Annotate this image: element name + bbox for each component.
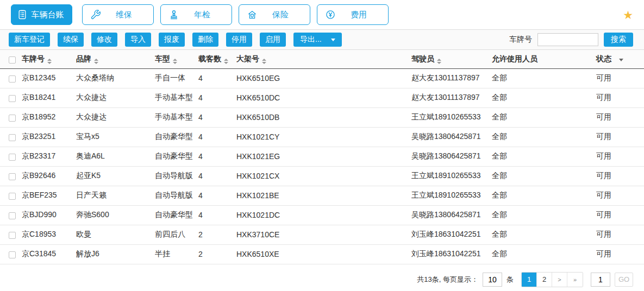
table-row[interactable]: 京B12345 大众桑塔纳 手自一体 4 HXK6510EG 赵大友130111… (0, 68, 644, 88)
cell-driver: 王立斌18910265533 (411, 166, 492, 186)
page-size-input[interactable] (483, 273, 502, 287)
cell-status: 可用 (596, 88, 644, 107)
cell-vin: HXK3710CE (236, 225, 411, 244)
cell-driver: 刘玉峰18631042251 (411, 244, 492, 264)
col-header-vin[interactable]: 大架号 (236, 50, 411, 68)
cell-brand: 大众桑塔纳 (76, 68, 155, 88)
cell-model: 自动豪华型 (155, 127, 198, 147)
col-label: 大架号 (236, 54, 259, 63)
cell-brand: 奔驰S600 (76, 205, 155, 225)
cell-brand: 欧曼 (76, 225, 155, 244)
import-button[interactable]: 导入 (125, 33, 151, 47)
table-row[interactable]: 京BEF235 日产天籁 自动导航版 4 HXK1021BE 王立斌189102… (0, 186, 644, 205)
yen-coin-icon (325, 9, 336, 20)
table-header-row: 车牌号 品牌 车型 载客数 大架号 驾驶员 允许使用人员 状态 (0, 50, 644, 68)
cell-capacity: 2 (198, 225, 236, 244)
cell-status: 可用 (596, 186, 644, 205)
tab-vehicle-ledger[interactable]: 车辆台账 (11, 4, 72, 25)
cell-vin: HXK6510EG (236, 68, 411, 88)
enable-button[interactable]: 启用 (260, 33, 286, 47)
sort-icon[interactable] (224, 59, 228, 64)
row-checkbox[interactable] (9, 75, 16, 83)
top-tab-bar: 车辆台账 维保 年检 保险 费用 ★ (0, 0, 644, 29)
cell-brand: 日产天籁 (76, 186, 155, 205)
table-row[interactable]: 京B23251 宝马x5 自动豪华型 4 HXK1021CY 吴晓路138064… (0, 127, 644, 147)
tab-insurance[interactable]: 保险 (239, 4, 310, 25)
next-page-button[interactable]: > (552, 273, 567, 287)
cell-vin: HXK1021DC (236, 205, 411, 225)
cell-plate: 京B23317 (22, 147, 76, 166)
cell-status: 可用 (596, 166, 644, 186)
table-row[interactable]: 京C31845 解放J6 半挂 2 HXK6510XE 刘玉峰186310422… (0, 244, 644, 264)
col-header-driver[interactable]: 驾驶员 (411, 50, 492, 68)
page-button-1[interactable]: 1 (522, 273, 537, 287)
last-page-button[interactable]: » (567, 273, 583, 287)
select-all-checkbox[interactable] (9, 56, 16, 64)
col-header-status[interactable]: 状态 (596, 50, 644, 68)
cell-allowed: 全部 (492, 244, 596, 264)
export-button[interactable]: 导出... (293, 33, 342, 47)
col-header-brand[interactable]: 品牌 (76, 50, 155, 68)
edit-button[interactable]: 修改 (91, 33, 117, 47)
scrap-button[interactable]: 报废 (159, 33, 185, 47)
cell-capacity: 4 (198, 147, 236, 166)
export-label: 导出... (300, 35, 322, 45)
row-checkbox[interactable] (9, 154, 16, 161)
sort-icon[interactable] (47, 59, 52, 64)
cell-plate: 京B18241 (22, 88, 76, 107)
sort-icon[interactable] (94, 59, 98, 64)
cell-plate: 京C31845 (22, 244, 76, 264)
row-checkbox[interactable] (9, 251, 16, 258)
cell-vin: HXK1021CX (236, 166, 411, 186)
table-row[interactable]: 京C18953 欧曼 前四后八 2 HXK3710CE 刘玉峰186310422… (0, 225, 644, 244)
table-row[interactable]: 京B18952 大众捷达 手动基本型 4 HXK6510DB 王立斌189102… (0, 107, 644, 127)
cell-capacity: 4 (198, 205, 236, 225)
row-checkbox[interactable] (9, 212, 16, 219)
filter-caret-icon[interactable] (619, 59, 623, 61)
tab-annual-inspection[interactable]: 年检 (160, 4, 232, 25)
cell-status: 可用 (596, 68, 644, 88)
sort-icon[interactable] (437, 59, 441, 64)
cell-driver: 吴晓路13806425871 (411, 127, 492, 147)
row-checkbox[interactable] (9, 193, 16, 200)
tab-label: 维保 (101, 10, 147, 20)
col-header-capacity[interactable]: 载客数 (198, 50, 236, 68)
table-row[interactable]: 京B92646 起亚K5 自动导航版 4 HXK1021CX 王立斌189102… (0, 166, 644, 186)
table-row[interactable]: 京BJD990 奔驰S600 自动豪华型 4 HXK1021DC 吴晓路1380… (0, 205, 644, 225)
go-button[interactable]: GO (615, 273, 633, 287)
disable-button[interactable]: 停用 (226, 33, 252, 47)
col-header-plate[interactable]: 车牌号 (22, 50, 76, 68)
row-checkbox[interactable] (9, 232, 16, 239)
tab-fees[interactable]: 费用 (317, 4, 389, 25)
toolbar: 新车登记 续保 修改 导入 报废 删除 停用 启用 导出... 车牌号 搜索 (0, 29, 644, 50)
cell-vin: HXK6510DB (236, 107, 411, 127)
cell-driver: 吴晓路13806425871 (411, 205, 492, 225)
search-button[interactable]: 搜索 (604, 33, 633, 47)
goto-page-input[interactable] (591, 273, 610, 287)
table-row[interactable]: 京B18241 大众捷达 手动基本型 4 HXK6510DC 赵大友130111… (0, 88, 644, 107)
col-label: 品牌 (76, 54, 91, 63)
ledger-icon (17, 9, 28, 20)
tab-label: 费用 (336, 10, 382, 20)
row-checkbox[interactable] (9, 115, 16, 122)
table-row[interactable]: 京B23317 奥迪A6L 自动豪华型 4 HXK1021EG 吴晓路13806… (0, 147, 644, 166)
row-checkbox[interactable] (9, 173, 16, 180)
row-checkbox[interactable] (9, 95, 16, 102)
plate-search-input[interactable] (537, 33, 598, 46)
sort-icon[interactable] (173, 59, 177, 64)
col-header-model[interactable]: 车型 (155, 50, 198, 68)
cell-allowed: 全部 (492, 88, 596, 107)
page-button-2[interactable]: 2 (537, 273, 552, 287)
row-checkbox[interactable] (9, 134, 16, 141)
cell-allowed: 全部 (492, 107, 596, 127)
sort-icon[interactable] (262, 59, 266, 64)
tab-maintenance[interactable]: 维保 (82, 4, 154, 25)
cell-capacity: 4 (198, 107, 236, 127)
col-label: 车型 (155, 54, 170, 63)
cell-plate: 京C18953 (22, 225, 76, 244)
favorite-star-icon[interactable]: ★ (623, 9, 633, 21)
wrench-icon (90, 9, 101, 20)
new-vehicle-button[interactable]: 新车登记 (9, 33, 50, 47)
delete-button[interactable]: 删除 (192, 33, 218, 47)
renew-insurance-button[interactable]: 续保 (58, 33, 84, 47)
